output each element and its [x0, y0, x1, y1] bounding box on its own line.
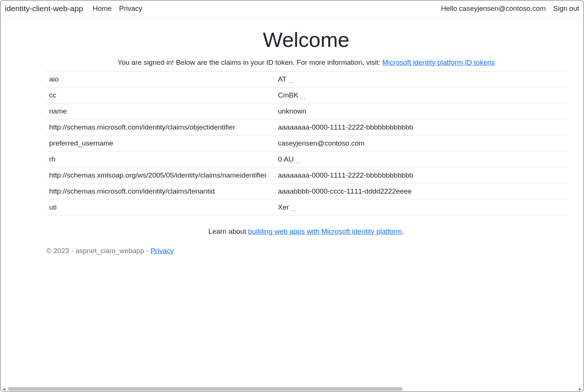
claim-key: uti	[46, 200, 275, 216]
table-row: preferred_usernamecaseyjensen@contoso.co…	[46, 136, 566, 152]
claim-value: AT ...	[275, 71, 566, 87]
learn-suffix: .	[402, 227, 404, 235]
table-row: ccCmBK ...	[46, 87, 566, 103]
learn-link[interactable]: building web apps with Microsoft identit…	[248, 227, 402, 235]
nav-home[interactable]: Home	[93, 4, 112, 13]
claim-value: caseyjensen@contoso.com	[275, 136, 566, 152]
learn-prefix: Learn about	[209, 227, 248, 235]
claim-key: http://schemas.microsoft.com/identity/cl…	[46, 184, 275, 200]
table-row: rh0.AU ...	[46, 152, 566, 168]
id-tokens-link[interactable]: Microsoft identity platform ID tokens	[383, 58, 495, 66]
table-row: aioAT ...	[46, 71, 566, 87]
user-greeting: Hello caseyjensen@contoso.com	[441, 4, 546, 13]
learn-text: Learn about building web apps with Micro…	[46, 227, 566, 236]
claim-value: 0.AU ...	[275, 152, 566, 168]
brand-link[interactable]: identity-client-web-app	[5, 4, 83, 13]
claim-key: cc	[46, 87, 275, 103]
table-row: http://schemas.xmlsoap.org/ws/2005/05/id…	[46, 168, 566, 184]
claim-value: aaaabbbb-0000-cccc-1111-dddd2222eeee	[275, 184, 566, 200]
claim-key: name	[46, 103, 275, 119]
claim-value: unknown	[275, 103, 566, 119]
intro-text: You are signed in! Below are the claims …	[46, 58, 566, 67]
horizontal-scrollbar[interactable]: ◀ ▶	[1, 386, 583, 392]
claims-table: aioAT ...ccCmBK ...nameunknownhttp://sch…	[46, 71, 566, 216]
nav-left: identity-client-web-app Home Privacy	[5, 4, 142, 13]
table-row: http://schemas.microsoft.com/identity/cl…	[46, 184, 566, 200]
navbar: identity-client-web-app Home Privacy Hel…	[0, 0, 584, 19]
claim-value: CmBK ...	[275, 87, 566, 103]
footer-copyright: © 2023 - aspnet_ciam_webapp -	[46, 247, 150, 255]
main-container: Welcome You are signed in! Below are the…	[13, 28, 571, 256]
footer-privacy-link[interactable]: Privacy	[150, 247, 174, 255]
claim-key: http://schemas.microsoft.com/identity/cl…	[46, 119, 275, 136]
table-row: utiXer ...	[46, 200, 566, 216]
claim-key: rh	[46, 152, 275, 168]
claim-key: preferred_username	[46, 136, 275, 152]
scroll-right-arrow-icon[interactable]: ▶	[578, 386, 583, 392]
claim-value: aaaaaaaa-0000-1111-2222-bbbbbbbbbbbb	[275, 119, 566, 136]
intro-prefix: You are signed in! Below are the claims …	[117, 58, 382, 66]
nav-right: Hello caseyjensen@contoso.com Sign out	[441, 4, 579, 13]
claim-key: http://schemas.xmlsoap.org/ws/2005/05/id…	[46, 168, 275, 184]
claim-key: aio	[46, 71, 275, 87]
page-title: Welcome	[46, 28, 566, 52]
table-row: nameunknown	[46, 103, 566, 119]
sign-out-link[interactable]: Sign out	[553, 4, 579, 13]
claim-value: Xer ...	[275, 200, 566, 216]
scroll-left-arrow-icon[interactable]: ◀	[1, 386, 6, 392]
claim-value: aaaaaaaa-0000-1111-2222-bbbbbbbbbbbb	[275, 168, 566, 184]
scroll-thumb[interactable]	[8, 387, 403, 391]
table-row: http://schemas.microsoft.com/identity/cl…	[46, 119, 566, 136]
footer: © 2023 - aspnet_ciam_webapp - Privacy	[46, 245, 566, 256]
nav-privacy[interactable]: Privacy	[119, 4, 142, 13]
